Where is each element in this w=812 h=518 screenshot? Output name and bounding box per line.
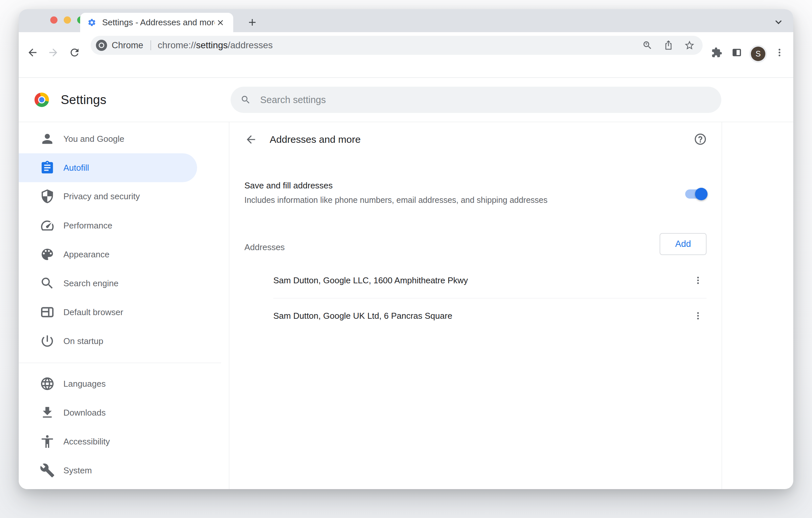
globe-icon — [40, 376, 55, 391]
save-addresses-toggle[interactable] — [685, 189, 705, 199]
screenshot-stage: Settings - Addresses and more — [0, 0, 812, 518]
addresses-section-title: Addresses — [244, 242, 285, 252]
search-settings-input[interactable] — [260, 94, 712, 106]
browser-tab[interactable]: Settings - Addresses and more — [80, 13, 233, 32]
avatar-initial: S — [755, 49, 761, 58]
speedometer-icon — [40, 218, 55, 233]
sidebar-divider — [19, 363, 221, 363]
address-row[interactable]: Sam Dutton, Google UK Ltd, 6 Pancras Squ… — [273, 298, 706, 334]
settings-sidebar: You and Google Autofill Privacy and secu… — [19, 122, 229, 489]
url-text: chrome://settings/addresses — [158, 40, 640, 51]
palette-icon — [40, 247, 55, 262]
wrench-icon — [40, 463, 55, 478]
sidebar-item-you-and-google[interactable]: You and Google — [19, 124, 197, 153]
sidebar-item-performance[interactable]: Performance — [19, 211, 197, 240]
sidebar-item-accessibility[interactable]: Accessibility — [19, 427, 197, 456]
settings-header: Settings — [19, 78, 793, 122]
search-icon — [240, 95, 251, 105]
address-text: Sam Dutton, Google UK Ltd, 6 Pancras Squ… — [273, 311, 690, 321]
download-icon — [40, 405, 55, 420]
settings-search[interactable] — [231, 87, 721, 113]
browser-toolbar: Chrome chrome://settings/addresses S — [19, 32, 793, 78]
close-window-button[interactable] — [50, 17, 57, 24]
more-vert-icon[interactable] — [772, 45, 787, 60]
omnibox-divider — [150, 40, 151, 50]
close-tab-icon[interactable] — [215, 17, 226, 28]
forward-icon[interactable] — [46, 45, 60, 60]
gear-icon — [87, 18, 96, 27]
page-header: Addresses and more — [229, 122, 722, 157]
reload-icon[interactable] — [67, 45, 82, 60]
more-vert-icon[interactable] — [690, 307, 706, 324]
chrome-logo-icon — [34, 93, 49, 107]
chevron-down-icon[interactable] — [772, 16, 785, 28]
chrome-grayscale-icon — [96, 40, 107, 51]
sidebar-item-languages[interactable]: Languages — [19, 369, 197, 398]
toggle-thumb — [695, 188, 707, 200]
sidebar-item-downloads[interactable]: Downloads — [19, 398, 197, 427]
power-icon — [40, 334, 55, 348]
tab-strip: Settings - Addresses and more — [19, 9, 793, 32]
sidebar-item-search-engine[interactable]: Search engine — [19, 269, 197, 298]
browser-window-icon — [40, 305, 55, 320]
address-text: Sam Dutton, Google LLC, 1600 Amphitheatr… — [273, 275, 690, 285]
add-address-button[interactable]: Add — [660, 233, 706, 255]
person-icon — [40, 131, 55, 146]
new-tab-button[interactable] — [246, 16, 259, 29]
extensions-puzzle-icon[interactable] — [709, 45, 724, 60]
accessibility-icon — [40, 434, 55, 449]
back-arrow-icon[interactable] — [242, 131, 260, 148]
profile-avatar[interactable]: S — [751, 47, 765, 61]
sidebar-item-appearance[interactable]: Appearance — [19, 240, 197, 269]
sidebar-item-system[interactable]: System — [19, 456, 197, 485]
browser-window: Settings - Addresses and more — [19, 9, 793, 489]
bookmark-star-icon[interactable] — [682, 38, 697, 53]
shield-icon — [40, 189, 55, 204]
sidebar-item-on-startup[interactable]: On startup — [19, 327, 197, 356]
side-panel-icon[interactable] — [729, 45, 744, 60]
page-title: Addresses and more — [270, 122, 361, 157]
settings-content: Addresses and more Save and fill address… — [229, 122, 722, 489]
site-label: Chrome — [112, 40, 143, 51]
address-bar[interactable]: Chrome chrome://settings/addresses — [91, 36, 703, 55]
sidebar-item-privacy-and-security[interactable]: Privacy and security — [19, 182, 197, 211]
address-row[interactable]: Sam Dutton, Google LLC, 1600 Amphitheatr… — [273, 263, 706, 298]
tab-title: Settings - Addresses and more — [102, 18, 215, 28]
share-icon[interactable] — [661, 38, 676, 53]
minimize-window-button[interactable] — [64, 17, 71, 24]
settings-title: Settings — [61, 78, 107, 122]
save-fill-title: Save and fill addresses — [244, 181, 333, 191]
search-icon — [40, 276, 55, 291]
back-icon[interactable] — [25, 45, 40, 60]
sidebar-item-default-browser[interactable]: Default browser — [19, 298, 197, 327]
more-vert-icon[interactable] — [690, 272, 706, 289]
autofill-clipboard-icon — [40, 160, 55, 175]
save-fill-subtitle: Includes information like phone numbers,… — [244, 195, 548, 205]
help-icon[interactable] — [692, 130, 709, 148]
sidebar-item-autofill[interactable]: Autofill — [19, 153, 197, 182]
zoom-in-icon[interactable] — [640, 38, 655, 53]
